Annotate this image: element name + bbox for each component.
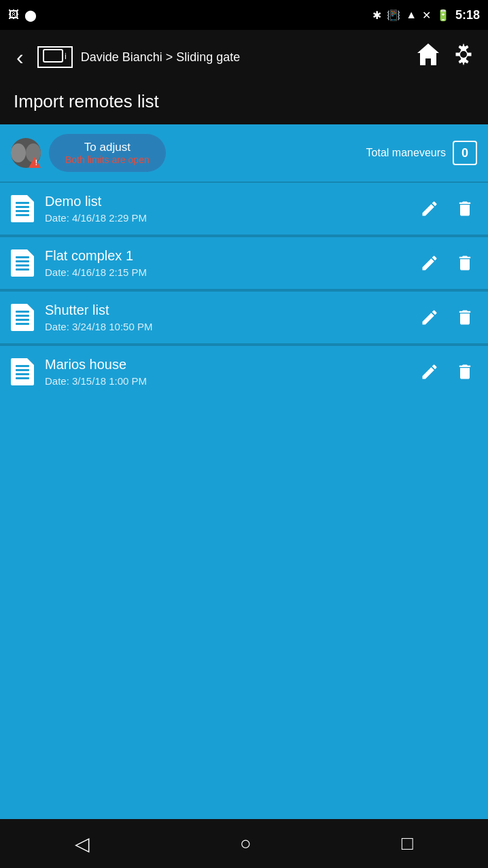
total-maneveurs-label: Total maneveurs <box>366 147 446 159</box>
delete-button[interactable] <box>453 360 477 384</box>
status-banner: ! To adjust Both limits are open Total m… <box>0 124 488 181</box>
maneveurs-count: 0 <box>453 141 477 165</box>
bottom-square-button[interactable]: □ <box>385 827 430 860</box>
svg-rect-0 <box>43 50 63 62</box>
status-left: ! To adjust Both limits are open <box>11 134 166 172</box>
bottom-back-button[interactable]: ◁ <box>58 827 106 861</box>
list-item-date: Date: 4/16/18 2:29 PM <box>45 212 406 224</box>
back-button[interactable]: ‹ <box>11 42 29 73</box>
home-icon <box>415 41 442 68</box>
remote-list: Demo list Date: 4/16/18 2:29 PM <box>0 183 488 819</box>
nav-bar: ‹ i Davide Bianchi > Sliding gate <box>0 30 488 84</box>
list-item[interactable]: Marios house Date: 3/15/18 1:00 PM <box>0 346 488 398</box>
list-item-date: Date: 3/24/18 10:50 PM <box>45 321 406 332</box>
list-item[interactable]: Shutter list Date: 3/24/18 10:50 PM <box>0 292 488 345</box>
pencil-icon <box>420 308 439 327</box>
edit-button[interactable] <box>417 251 442 275</box>
battery-icon: 🔋 <box>436 9 450 22</box>
gear-icon <box>450 41 477 68</box>
photo-icon: 🖼 <box>8 9 19 21</box>
pencil-icon <box>420 362 439 381</box>
page-title: Import remotes list <box>14 91 159 111</box>
trash-icon <box>455 254 474 273</box>
device-icon: i <box>37 46 73 68</box>
bottom-nav: ◁ ○ □ <box>0 819 488 868</box>
total-maneveurs-section: Total maneveurs 0 <box>366 141 477 165</box>
delete-button[interactable] <box>453 305 477 330</box>
doc-icon <box>11 358 34 385</box>
trash-icon <box>455 362 474 381</box>
warning-exclaim-icon: ! <box>35 159 37 167</box>
list-item-name: Demo list <box>45 194 406 209</box>
screen-icon: i <box>43 49 67 65</box>
pencil-icon <box>420 254 439 273</box>
status-bar: 🖼 ⬤ ✱ 📳 ▲ ✕ 🔋 5:18 <box>0 0 488 30</box>
doc-icon <box>11 304 34 331</box>
settings-button[interactable] <box>450 41 477 73</box>
adjust-sub-label: Both limits are open <box>65 154 150 165</box>
circle-icon: ⬤ <box>24 9 37 22</box>
svg-marker-2 <box>417 44 439 65</box>
list-item-text: Shutter list Date: 3/24/18 10:50 PM <box>45 302 406 332</box>
bluetooth-icon: ✱ <box>372 9 381 22</box>
doc-icon <box>11 249 34 277</box>
doc-icon <box>11 195 34 222</box>
list-item[interactable]: Demo list Date: 4/16/18 2:29 PM <box>0 183 488 236</box>
list-item-date: Date: 3/15/18 1:00 PM <box>45 375 406 387</box>
home-button[interactable] <box>415 41 442 73</box>
signal-off-icon: ✕ <box>422 9 431 22</box>
list-item-text: Demo list Date: 4/16/18 2:29 PM <box>45 194 406 224</box>
trash-icon <box>455 308 474 327</box>
list-item-date: Date: 4/16/18 2:15 PM <box>45 266 406 278</box>
list-item-text: Marios house Date: 3/15/18 1:00 PM <box>45 357 406 387</box>
pencil-icon <box>420 199 439 218</box>
warning-badge: ! <box>11 138 41 168</box>
list-item-name: Marios house <box>45 357 406 372</box>
delete-button[interactable] <box>453 251 477 275</box>
nav-title: Davide Bianchi > Sliding gate <box>81 50 406 65</box>
status-time: 5:18 <box>455 8 480 22</box>
list-item-text: Flat complex 1 Date: 4/16/18 2:15 PM <box>45 248 406 278</box>
list-item[interactable]: Flat complex 1 Date: 4/16/18 2:15 PM <box>0 237 488 290</box>
trash-icon <box>455 199 474 218</box>
bottom-home-button[interactable]: ○ <box>224 827 268 860</box>
list-item-actions <box>417 196 477 221</box>
status-bar-left-icons: 🖼 ⬤ <box>8 9 37 22</box>
svg-text:i: i <box>65 51 67 61</box>
adjust-label: To adjust <box>65 141 150 154</box>
list-item-actions <box>417 360 477 384</box>
list-item-name: Shutter list <box>45 302 406 318</box>
list-item-actions <box>417 305 477 330</box>
list-item-name: Flat complex 1 <box>45 248 406 264</box>
delete-button[interactable] <box>453 196 477 221</box>
vibrate-icon: 📳 <box>387 9 400 22</box>
page-title-section: Import remotes list <box>0 84 488 124</box>
list-item-actions <box>417 251 477 275</box>
edit-button[interactable] <box>417 305 442 330</box>
wifi-icon: ▲ <box>406 9 417 21</box>
svg-point-4 <box>460 51 467 58</box>
edit-button[interactable] <box>417 360 442 384</box>
adjust-button[interactable]: To adjust Both limits are open <box>49 134 166 172</box>
edit-button[interactable] <box>417 196 442 221</box>
